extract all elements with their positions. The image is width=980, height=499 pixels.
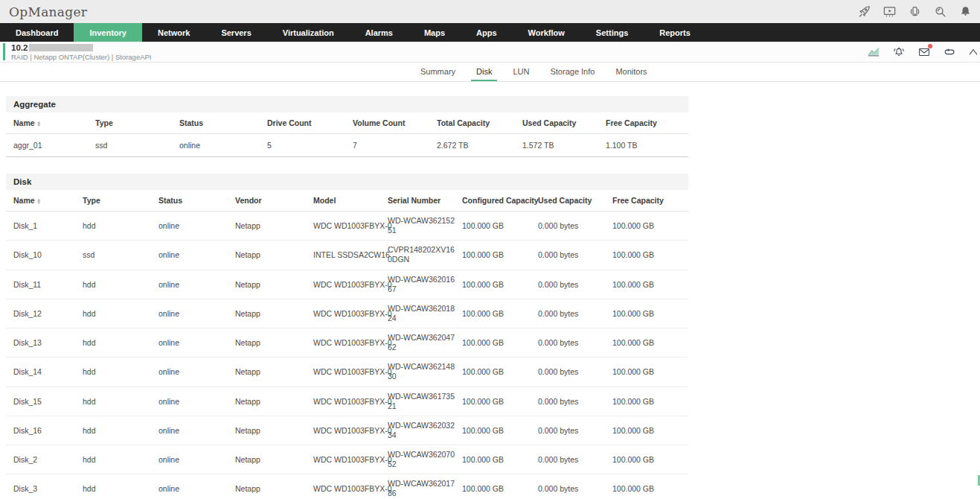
- table-row[interactable]: Disk_3hddonlineNetappWDC WD1003FBYX-0WD-…: [6, 474, 688, 499]
- notify-mail-icon[interactable]: [917, 45, 931, 59]
- cell-status: online: [158, 416, 235, 445]
- cell-used-capacity: 0.000 bytes: [538, 445, 612, 474]
- nav-item-workflow[interactable]: Workflow: [513, 23, 580, 42]
- column-header-used-capacity[interactable]: Used Capacity: [538, 190, 612, 212]
- pulse-icon[interactable]: [968, 45, 979, 59]
- nav-item-dashboard[interactable]: Dashboard: [0, 23, 74, 42]
- mail-unread-badge: [928, 44, 932, 48]
- cell-type: hdd: [83, 387, 158, 416]
- header-icons: [857, 4, 973, 19]
- column-header-name[interactable]: Name▴▾: [6, 190, 83, 212]
- tab-summary[interactable]: Summary: [415, 63, 461, 81]
- sort-icon[interactable]: ▴▾: [38, 198, 40, 205]
- cell-type: ssd: [83, 241, 158, 270]
- cell-vendor: Netapp: [235, 241, 313, 270]
- content: Aggregate Name▴▾TypeStatusDrive CountVol…: [0, 82, 980, 499]
- cell-status: online: [158, 445, 235, 474]
- sort-icon[interactable]: ▴▾: [38, 121, 40, 127]
- cell-type: hdd: [83, 212, 158, 241]
- tab-storage-info[interactable]: Storage Info: [545, 63, 600, 81]
- column-header-volume-count[interactable]: Volume Count: [353, 112, 437, 134]
- cell-free-capacity: 100.000 GB: [612, 387, 688, 416]
- table-row[interactable]: aggr_01ssdonline572.672 TB1.572 TB1.100 …: [6, 134, 688, 157]
- search-icon[interactable]: [933, 4, 947, 19]
- video-tour-icon[interactable]: [883, 4, 897, 19]
- cell-vendor: Netapp: [235, 357, 313, 387]
- link-icon[interactable]: [943, 45, 956, 59]
- nav-item-maps[interactable]: Maps: [409, 23, 461, 42]
- cell-name: Disk_16: [6, 416, 83, 445]
- table-row[interactable]: Disk_16hddonlineNetappWDC WD1003FBYX-0WD…: [6, 416, 688, 445]
- cell-name: Disk_2: [6, 445, 83, 474]
- table-row[interactable]: Disk_15hddonlineNetappWDC WD1003FBYX-0WD…: [6, 387, 688, 416]
- device-name[interactable]: 10.2: [11, 43, 28, 52]
- column-header-total-capacity[interactable]: Total Capacity: [437, 112, 522, 134]
- app-title: OpManager: [9, 4, 87, 19]
- cell-configured-capacity: 100.000 GB: [462, 299, 538, 328]
- nav-item-inventory[interactable]: Inventory: [74, 23, 142, 42]
- column-header-type[interactable]: Type: [95, 112, 179, 134]
- cell-drive-count: 5: [267, 134, 353, 157]
- column-header-free-capacity[interactable]: Free Capacity: [606, 112, 688, 134]
- nav-item-virtualization[interactable]: Virtualization: [267, 23, 350, 42]
- cell-vendor: Netapp: [235, 212, 313, 241]
- column-header-vendor[interactable]: Vendor: [235, 190, 313, 212]
- cell-name: Disk_15: [6, 387, 83, 416]
- nav-item-apps[interactable]: Apps: [461, 23, 513, 42]
- table-row[interactable]: Disk_11hddonlineNetappWDC WD1003FBYX-0WD…: [6, 270, 688, 299]
- cell-vendor: Netapp: [235, 474, 313, 499]
- table-row[interactable]: Disk_13hddonlineNetappWDC WD1003FBYX-0WD…: [6, 328, 688, 357]
- alert-settings-icon[interactable]: [892, 45, 906, 59]
- cell-serial-number: WD-WCAW36201824: [388, 299, 462, 328]
- cell-status: online: [158, 241, 235, 270]
- table-row[interactable]: Disk_2hddonlineNetappWDC WD1003FBYX-0WD-…: [6, 445, 688, 474]
- table-row[interactable]: Disk_12hddonlineNetappWDC WD1003FBYX-0WD…: [6, 299, 688, 328]
- column-header-name[interactable]: Name▴▾: [6, 112, 95, 134]
- cell-type: hdd: [83, 299, 158, 328]
- cell-configured-capacity: 100.000 GB: [462, 387, 538, 416]
- column-header-status[interactable]: Status: [179, 112, 267, 134]
- performance-graph-icon[interactable]: [867, 45, 880, 59]
- cell-model: INTEL SSDSA2CW16: [313, 241, 388, 270]
- nav-item-settings[interactable]: Settings: [580, 23, 644, 42]
- rocket-icon[interactable]: [857, 4, 871, 19]
- cell-free-capacity: 100.000 GB: [612, 357, 688, 387]
- cell-status: online: [158, 212, 235, 241]
- cell-model: WDC WD1003FBYX-0: [313, 416, 388, 445]
- column-header-drive-count[interactable]: Drive Count: [267, 112, 353, 134]
- cell-type: hdd: [83, 416, 158, 445]
- table-row[interactable]: Disk_14hddonlineNetappWDC WD1003FBYX-0WD…: [6, 357, 688, 387]
- notification-bell-icon[interactable]: [958, 4, 973, 19]
- mobile-icon[interactable]: [908, 4, 922, 19]
- table-row[interactable]: Disk_1hddonlineNetappWDC WD1003FBYX-0WD-…: [6, 212, 688, 241]
- column-header-type[interactable]: Type: [83, 190, 158, 212]
- column-header-configured-capacity[interactable]: Configured Capacity: [462, 190, 538, 212]
- table-row[interactable]: Disk_10ssdonlineNetappINTEL SSDSA2CW16CV…: [6, 241, 688, 270]
- cell-type: hdd: [83, 474, 158, 499]
- column-header-serial-number[interactable]: Serial Number: [388, 190, 462, 212]
- nav-item-alarms[interactable]: Alarms: [350, 23, 409, 42]
- cell-status: online: [158, 357, 235, 387]
- cell-configured-capacity: 100.000 GB: [462, 416, 538, 445]
- aggregate-section-title: Aggregate: [6, 96, 688, 112]
- column-header-model[interactable]: Model: [313, 190, 388, 212]
- column-header-used-capacity[interactable]: Used Capacity: [522, 112, 606, 134]
- nav-item-network[interactable]: Network: [142, 23, 205, 42]
- cell-used-capacity: 0.000 bytes: [538, 387, 612, 416]
- column-header-status[interactable]: Status: [158, 190, 235, 212]
- tab-disk[interactable]: Disk: [471, 63, 497, 81]
- device-status-accent: [3, 43, 5, 60]
- cell-serial-number: WD-WCAW36173521: [388, 387, 462, 416]
- nav-item-reports[interactable]: Reports: [644, 23, 706, 42]
- aggregate-table: Name▴▾TypeStatusDrive CountVolume CountT…: [6, 112, 688, 157]
- tab-lun[interactable]: LUN: [507, 63, 534, 81]
- device-bar: 10.2 RAID | Netapp ONTAP(Cluster) | Stor…: [0, 42, 980, 63]
- cell-serial-number: WD-WCAW36201786: [388, 474, 462, 499]
- nav-item-servers[interactable]: Servers: [205, 23, 266, 42]
- tab-monitors[interactable]: Monitors: [610, 63, 652, 81]
- device-meta: RAID | Netapp ONTAP(Cluster) | StorageAP…: [11, 53, 152, 61]
- column-header-free-capacity[interactable]: Free Capacity: [612, 190, 688, 212]
- cell-free-capacity: 100.000 GB: [612, 270, 688, 299]
- cell-serial-number: WD-WCAW36214830: [388, 357, 462, 387]
- cell-status: online: [158, 474, 235, 499]
